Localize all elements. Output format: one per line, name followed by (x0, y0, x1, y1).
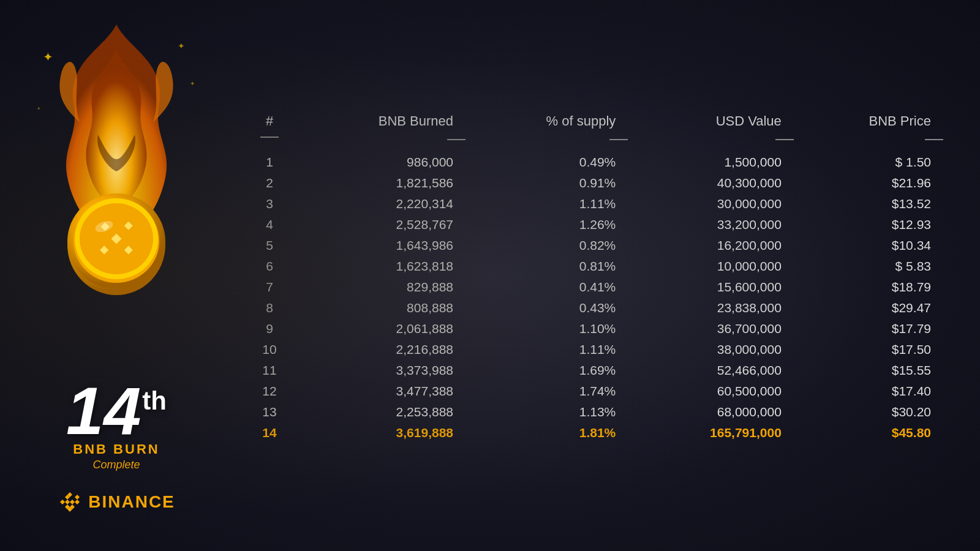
cell-3: 68,000,000 (628, 402, 794, 422)
burn-status: Complete (66, 459, 167, 471)
cell-3: 38,000,000 (628, 339, 794, 360)
cell-4: $17.50 (794, 339, 943, 360)
cell-2: 0.91% (466, 173, 628, 193)
burn-table: # BNB Burned % of supply USD Value BNB P… (245, 108, 943, 443)
cell-4: $21.96 (794, 173, 943, 193)
col-header-number: # (245, 108, 294, 132)
cell-1: 2,528,767 (294, 214, 466, 235)
cell-3: 23,838,000 (628, 298, 794, 318)
table-row: 42,528,7671.26%33,200,000$12.93 (245, 214, 943, 235)
svg-text:✦: ✦ (37, 106, 41, 111)
cell-2: 1.81% (466, 422, 628, 443)
col-header-usd-value: USD Value (628, 108, 794, 132)
cell-0: 7 (245, 277, 294, 298)
cell-0: 8 (245, 298, 294, 318)
cell-1: 1,623,818 (294, 256, 466, 277)
cell-1: 808,888 (294, 298, 466, 318)
table-container: # BNB Burned % of supply USD Value BNB P… (245, 108, 943, 443)
cell-3: 52,466,000 (628, 360, 794, 381)
cell-2: 0.49% (466, 152, 628, 173)
binance-logo: BINANCE (58, 490, 175, 514)
cell-0: 3 (245, 193, 294, 214)
cell-3: 165,791,000 (628, 422, 794, 443)
cell-4: $17.79 (794, 318, 943, 339)
cell-1: 1,821,586 (294, 173, 466, 193)
col-header-bnb-burned: BNB Burned (294, 108, 466, 132)
cell-2: 0.81% (466, 256, 628, 277)
table-row: 123,477,3881.74%60,500,000$17.40 (245, 381, 943, 402)
right-panel: # BNB Burned % of supply USD Value BNB P… (233, 0, 980, 551)
cell-1: 3,619,888 (294, 422, 466, 443)
cell-2: 1.10% (466, 318, 628, 339)
cell-2: 0.41% (466, 277, 628, 298)
cell-3: 1,500,000 (628, 152, 794, 173)
header-divider-row (245, 132, 943, 152)
cell-4: $12.93 (794, 214, 943, 235)
svg-marker-18 (75, 500, 80, 504)
cell-1: 3,477,388 (294, 381, 466, 402)
cell-0: 6 (245, 256, 294, 277)
cell-2: 1.13% (466, 402, 628, 422)
cell-2: 0.82% (466, 235, 628, 256)
cell-1: 986,000 (294, 152, 466, 173)
cell-1: 2,216,888 (294, 339, 466, 360)
cell-3: 60,500,000 (628, 381, 794, 402)
cell-1: 3,373,988 (294, 360, 466, 381)
svg-text:✦: ✦ (43, 50, 53, 64)
svg-text:✦: ✦ (190, 80, 195, 87)
cell-0: 10 (245, 339, 294, 360)
cell-4: $13.52 (794, 193, 943, 214)
cell-2: 1.69% (466, 360, 628, 381)
cell-3: 16,200,000 (628, 235, 794, 256)
table-row: 102,216,8881.11%38,000,000$17.50 (245, 339, 943, 360)
cell-4: $45.80 (794, 422, 943, 443)
cell-2: 0.43% (466, 298, 628, 318)
cell-4: $ 1.50 (794, 152, 943, 173)
cell-3: 40,300,000 (628, 173, 794, 193)
left-panel: ✦ ✦ ✦ ✦ 14 th BNB BURN Complete BINANCE (0, 0, 233, 551)
cell-0: 12 (245, 381, 294, 402)
cell-4: $15.55 (794, 360, 943, 381)
cell-1: 1,643,986 (294, 235, 466, 256)
flame-icon: ✦ ✦ ✦ ✦ (24, 12, 208, 318)
col-header-pct-supply: % of supply (466, 108, 628, 132)
burn-number: 14 (66, 377, 141, 444)
table-row: 92,061,8881.10%36,700,000$17.79 (245, 318, 943, 339)
binance-icon (58, 490, 82, 514)
svg-marker-19 (70, 500, 75, 504)
table-body: 1986,0000.49%1,500,000$ 1.5021,821,5860.… (245, 152, 943, 443)
cell-0: 4 (245, 214, 294, 235)
cell-4: $18.79 (794, 277, 943, 298)
cell-2: 1.74% (466, 381, 628, 402)
table-row: 8808,8880.43%23,838,000$29.47 (245, 298, 943, 318)
cell-0: 5 (245, 235, 294, 256)
svg-marker-16 (75, 495, 80, 500)
table-row: 1986,0000.49%1,500,000$ 1.50 (245, 152, 943, 173)
table-row: 21,821,5860.91%40,300,000$21.96 (245, 173, 943, 193)
table-row: 143,619,8881.81%165,791,000$45.80 (245, 422, 943, 443)
cell-0: 9 (245, 318, 294, 339)
binance-brand: BINANCE (88, 492, 175, 512)
cell-3: 33,200,000 (628, 214, 794, 235)
cell-4: $29.47 (794, 298, 943, 318)
cell-1: 829,888 (294, 277, 466, 298)
cell-0: 13 (245, 402, 294, 422)
table-row: 61,623,8180.81%10,000,000$ 5.83 (245, 256, 943, 277)
table-row: 51,643,9860.82%16,200,000$10.34 (245, 235, 943, 256)
cell-0: 2 (245, 173, 294, 193)
cell-2: 1.11% (466, 339, 628, 360)
burn-suffix: th (142, 377, 167, 414)
cell-3: 15,600,000 (628, 277, 794, 298)
cell-1: 2,220,314 (294, 193, 466, 214)
cell-3: 10,000,000 (628, 256, 794, 277)
cell-0: 1 (245, 152, 294, 173)
cell-2: 1.11% (466, 193, 628, 214)
col-header-bnb-price: BNB Price (794, 108, 943, 132)
table-row: 7829,8880.41%15,600,000$18.79 (245, 277, 943, 298)
cell-0: 11 (245, 360, 294, 381)
svg-marker-20 (65, 500, 70, 504)
svg-marker-17 (60, 500, 65, 504)
cell-2: 1.26% (466, 214, 628, 235)
burn-label: 14 th BNB BURN Complete (66, 377, 167, 471)
table-header-row: # BNB Burned % of supply USD Value BNB P… (245, 108, 943, 132)
